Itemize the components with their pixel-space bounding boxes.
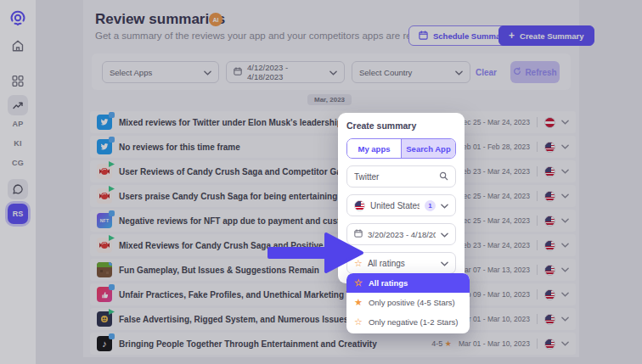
page-title: Review summaries bbox=[95, 11, 225, 28]
sidebar-item-apps-grid[interactable] bbox=[12, 75, 25, 87]
nft-app-icon: NFT bbox=[97, 213, 112, 228]
modal-date-range-select[interactable]: 3/20/2023 - 4/18/2023 bbox=[346, 223, 456, 245]
expand-chevron-icon[interactable] bbox=[561, 292, 569, 297]
brand-logo-icon[interactable] bbox=[8, 8, 27, 27]
ratings-select[interactable]: ☆ All ratings bbox=[346, 252, 456, 274]
expand-chevron-icon[interactable] bbox=[561, 267, 569, 272]
android-platform-badge-icon bbox=[109, 186, 115, 192]
search-input-value: Twitter bbox=[354, 172, 434, 182]
ios-platform-badge-icon bbox=[109, 284, 115, 290]
summary-row[interactable]: False Advertising, Rigged System, and Nu… bbox=[90, 308, 576, 330]
summary-row[interactable]: NFTNegative reviews for NFT app due to p… bbox=[90, 210, 576, 232]
select-country-dropdown[interactable]: Select Country bbox=[352, 61, 470, 83]
summary-date-range: Feb 01 - Feb 28, 2023 bbox=[459, 143, 530, 151]
create-summary-modal: Create summary My appsSearch App Twitter… bbox=[338, 113, 465, 283]
expand-chevron-icon[interactable] bbox=[561, 193, 569, 199]
austria-flag-icon bbox=[544, 117, 555, 128]
expand-chevron-icon[interactable] bbox=[561, 218, 569, 223]
us-flag-icon bbox=[544, 240, 555, 251]
expand-chevron-icon[interactable] bbox=[561, 144, 569, 149]
refresh-button[interactable]: Refresh bbox=[510, 61, 560, 83]
us-flag-icon bbox=[544, 191, 555, 202]
sidebar-item-chat[interactable] bbox=[8, 179, 28, 199]
summary-row[interactable]: Fun Gameplay, But Issues & Suggestions R… bbox=[90, 259, 576, 281]
expand-chevron-icon[interactable] bbox=[561, 169, 569, 174]
chevron-down-icon bbox=[204, 68, 211, 77]
divider bbox=[537, 314, 538, 324]
summary-date-range: Dec 25 - Mar 24, 2023 bbox=[458, 192, 530, 200]
tab-my-apps[interactable]: My apps bbox=[347, 139, 401, 158]
summary-row[interactable]: Mixed reviews for Twitter under Elon Mus… bbox=[90, 111, 576, 133]
sidebar-item-workspace-ap[interactable]: AP bbox=[12, 120, 23, 128]
divider bbox=[537, 142, 538, 152]
grid-icon bbox=[12, 75, 25, 87]
plus-icon: + bbox=[509, 30, 515, 42]
calendar-icon bbox=[419, 31, 428, 42]
star-icon: ★ bbox=[445, 339, 452, 348]
country-count-badge: 1 bbox=[425, 200, 436, 211]
expand-chevron-icon[interactable] bbox=[561, 316, 569, 322]
calendar-icon bbox=[354, 229, 363, 239]
ratings-option-only-negative-1-2-stars-[interactable]: ☆Only negative (1-2 Stars) bbox=[346, 312, 470, 332]
candy-crush-app-icon bbox=[97, 238, 112, 253]
expand-chevron-icon[interactable] bbox=[561, 243, 569, 248]
divider bbox=[537, 265, 538, 275]
twitter-app-icon bbox=[97, 115, 112, 130]
summary-date-range: Mar 01 - Mar 10, 2023 bbox=[459, 339, 530, 348]
filter-bar: Select Apps 4/12/2023 - 4/18/2023 Select… bbox=[92, 53, 571, 90]
trend-icon bbox=[12, 99, 24, 111]
home-icon bbox=[11, 39, 25, 53]
sidebar-item-workspace-ki[interactable]: KI bbox=[14, 139, 22, 148]
us-flag-icon bbox=[544, 289, 555, 300]
page-subtitle: Get a summary of the reviews your app an… bbox=[95, 31, 445, 41]
summary-row[interactable]: No reviews for this time frameFeb 01 - F… bbox=[90, 136, 576, 158]
summary-date-range: Mar 07 - Mar 13, 2023 bbox=[459, 266, 530, 274]
us-flag-icon bbox=[544, 142, 555, 153]
us-flag-icon bbox=[354, 200, 365, 211]
android-platform-badge-icon bbox=[109, 161, 115, 167]
summary-row[interactable]: User Reviews of Candy Crush Saga and Com… bbox=[90, 160, 576, 182]
create-summary-button[interactable]: + Create Summary bbox=[498, 25, 594, 46]
us-flag-icon bbox=[544, 166, 555, 177]
ratings-option-label: Only positive (4-5 Stars) bbox=[369, 298, 455, 307]
chevron-down-icon bbox=[455, 68, 463, 77]
android-platform-badge-icon bbox=[109, 235, 115, 241]
ratings-option-only-positive-4-5-stars-[interactable]: ★Only positive (4-5 Stars) bbox=[346, 293, 470, 312]
sidebar-item-home[interactable] bbox=[11, 39, 25, 53]
candy-crush-app-icon bbox=[97, 188, 112, 204]
ratings-option-label: All ratings bbox=[369, 278, 408, 288]
android-platform-badge-icon bbox=[109, 309, 115, 315]
sidebar-item-label: KI bbox=[14, 139, 22, 148]
star-outline-icon: ☆ bbox=[354, 259, 363, 268]
app-search-input[interactable]: Twitter bbox=[346, 165, 456, 188]
star-outline-icon: ☆ bbox=[354, 317, 363, 327]
expand-chevron-icon[interactable] bbox=[561, 120, 569, 125]
sidebar-item-trends[interactable] bbox=[8, 95, 28, 115]
ratings-option-all-ratings[interactable]: ☆All ratings bbox=[346, 273, 470, 293]
ios-platform-badge-icon bbox=[109, 333, 115, 339]
modal-title: Create summary bbox=[346, 120, 456, 131]
rating-filter-label: 4-5 ★ bbox=[431, 339, 452, 348]
ios-platform-badge-icon bbox=[109, 210, 115, 216]
expand-chevron-icon[interactable] bbox=[561, 341, 569, 346]
modal-tabs: My appsSearch App bbox=[346, 138, 456, 159]
summary-date-range: Dec 25 - Mar 24, 2023 bbox=[458, 118, 530, 126]
divider bbox=[537, 216, 538, 226]
minecraft-app-icon bbox=[97, 262, 112, 277]
date-range-dropdown[interactable]: 4/12/2023 - 4/18/2023 bbox=[226, 61, 345, 83]
sidebar-item-workspace-cg[interactable]: CG bbox=[12, 159, 24, 167]
summary-row[interactable]: Unfair Practices, Fake Profiles, and Une… bbox=[90, 283, 576, 305]
chat-icon bbox=[12, 183, 24, 195]
chevron-down-icon bbox=[329, 68, 337, 77]
summary-row[interactable]: Users praise Candy Crush Saga for being … bbox=[90, 185, 576, 207]
tab-search-app[interactable]: Search App bbox=[401, 139, 455, 158]
summary-row[interactable]: ♪Bringing People Together Through Entert… bbox=[90, 333, 576, 355]
summary-row[interactable]: Mixed Reviews for Candy Crush Saga and P… bbox=[90, 234, 576, 256]
ios-platform-badge-icon bbox=[109, 112, 115, 118]
clear-filters-link[interactable]: Clear bbox=[476, 61, 497, 83]
ios-platform-badge-icon bbox=[109, 262, 112, 266]
select-apps-dropdown[interactable]: Select Apps bbox=[102, 61, 219, 83]
sidebar-item-review-summaries[interactable]: RS bbox=[8, 204, 28, 224]
country-select[interactable]: United States 1 bbox=[346, 194, 456, 216]
divider bbox=[537, 191, 538, 201]
